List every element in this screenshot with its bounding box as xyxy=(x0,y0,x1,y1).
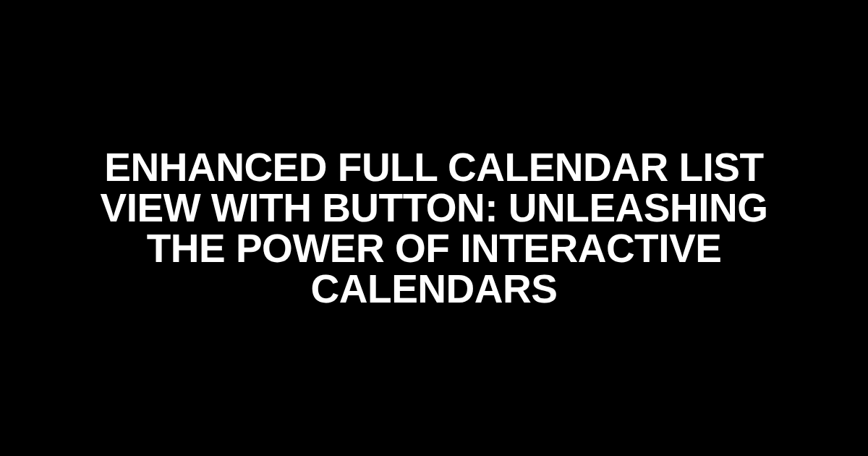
page-title: Enhanced Full Calendar List View with Bu… xyxy=(36,147,832,309)
